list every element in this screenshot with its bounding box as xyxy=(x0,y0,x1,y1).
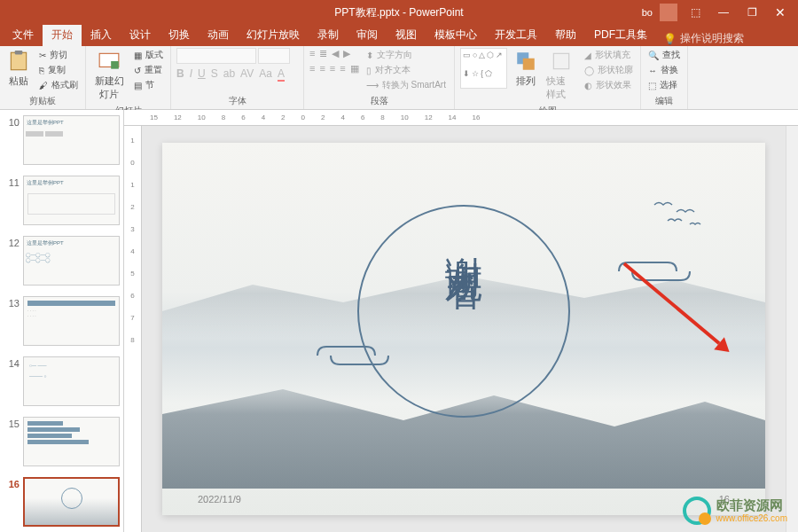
underline-button[interactable]: U xyxy=(198,67,206,82)
align-text-button[interactable]: ▯对齐文本 xyxy=(364,63,448,77)
arrange-icon xyxy=(514,50,537,73)
ruler-horizontal: 15121086420246810121416 xyxy=(124,110,798,126)
text-shadow-button[interactable]: ab xyxy=(223,67,235,82)
bold-button[interactable]: B xyxy=(176,67,184,82)
cloud-left xyxy=(313,342,393,372)
reset-button[interactable]: ↺ 重置 xyxy=(132,63,165,77)
section-button[interactable]: ▤ 节 xyxy=(132,78,165,92)
tab-record[interactable]: 录制 xyxy=(309,24,348,46)
tab-help[interactable]: 帮助 xyxy=(546,24,585,46)
format-painter-button[interactable]: 🖌 格式刷 xyxy=(37,78,80,92)
find-icon: 🔍 xyxy=(648,51,659,60)
ruler-vertical: 1012345678 xyxy=(124,126,142,532)
watermark: 欧菲资源网 www.office26.com xyxy=(683,497,787,525)
align-center-button[interactable]: ≡ xyxy=(319,63,325,74)
align-left-button[interactable]: ≡ xyxy=(309,63,315,74)
thumb-14[interactable]: 14 ○— ————— ○ xyxy=(0,351,123,411)
bulb-icon: 💡 xyxy=(663,33,677,45)
clipboard-group-label: 剪贴板 xyxy=(5,93,80,107)
slide-main[interactable]: 谢谢观看！ 2022/1 xyxy=(162,143,765,515)
vertical-scrollbar[interactable] xyxy=(786,126,798,532)
tab-pdftools[interactable]: PDF工具集 xyxy=(585,24,656,46)
quick-styles-button[interactable]: 快速样式 xyxy=(544,48,577,103)
select-button[interactable]: ⬚选择 xyxy=(646,78,682,92)
slide-panel[interactable]: 10 这里是举例PPT 11 这里是举例PPT 12 这里是举例PPT◯—◯—◯… xyxy=(0,110,124,532)
main-text[interactable]: 谢谢观看！ xyxy=(439,227,489,291)
minimize-button[interactable]: — xyxy=(713,2,734,23)
font-family-select[interactable] xyxy=(176,48,256,64)
svg-rect-5 xyxy=(523,59,535,70)
tab-review[interactable]: 审阅 xyxy=(348,24,387,46)
font-color-button[interactable]: A xyxy=(278,67,285,82)
window-controls: bo ⬚ — ❐ ✕ xyxy=(642,2,798,23)
quick-styles-icon xyxy=(550,50,573,73)
strikethrough-button[interactable]: S xyxy=(211,67,218,82)
thumb-13[interactable]: 13 · · · ·· · · · xyxy=(0,291,123,351)
find-button[interactable]: 🔍查找 xyxy=(646,48,682,62)
layout-button[interactable]: ▦ 版式 xyxy=(132,48,165,62)
tab-slideshow[interactable]: 幻灯片放映 xyxy=(238,24,309,46)
slide-date[interactable]: 2022/11/9 xyxy=(198,494,241,505)
copy-button[interactable]: ⎘ 复制 xyxy=(37,63,80,77)
shape-effects-button[interactable]: ◐形状效果 xyxy=(583,78,635,92)
align-right-button[interactable]: ≡ xyxy=(330,63,335,74)
tab-view[interactable]: 视图 xyxy=(387,24,426,46)
thumb-15[interactable]: 15 xyxy=(0,411,123,472)
editing-group-label: 编辑 xyxy=(646,93,682,107)
app-title: PPT教程.pptx - PowerPoint xyxy=(334,5,463,20)
tab-animations[interactable]: 动画 xyxy=(199,24,238,46)
ribbon-group-drawing: ▭○△⬡↗⬇☆{⬠ 排列 快速样式 ◢形状填充 ◯形状轮廓 ◐形状效果 绘图 xyxy=(455,46,641,109)
tab-design[interactable]: 设计 xyxy=(121,24,160,46)
justify-button[interactable]: ≡ xyxy=(340,63,345,74)
italic-button[interactable]: I xyxy=(190,67,192,82)
new-slide-label: 新建幻灯片 xyxy=(93,74,125,101)
paste-button[interactable]: 粘贴 xyxy=(5,48,32,90)
ribbon-group-paragraph: ≡ ≣ ◀ ▶ ≡ ≡ ≡ ≡ ▦ ⬍文字方向 ▯对齐文本 ⟶转换为 Smart… xyxy=(304,46,455,109)
cloud-right xyxy=(614,258,694,288)
char-spacing-button[interactable]: AV xyxy=(240,67,254,82)
title-bar: PPT教程.pptx - PowerPoint bo ⬚ — ❐ ✕ xyxy=(0,0,798,25)
canvas-area: 15121086420246810121416 1012345678 谢谢观看！ xyxy=(124,110,798,532)
increase-indent-button[interactable]: ▶ xyxy=(343,48,350,59)
restore-button[interactable]: ❐ xyxy=(741,2,763,23)
shape-fill-button[interactable]: ◢形状填充 xyxy=(583,48,635,62)
decrease-indent-button[interactable]: ◀ xyxy=(332,48,339,59)
tab-insert[interactable]: 插入 xyxy=(82,24,121,46)
columns-button[interactable]: ▦ xyxy=(350,63,359,74)
watermark-en: www.office26.com xyxy=(716,513,787,523)
smartart-button[interactable]: ⟶转换为 SmartArt xyxy=(364,78,448,92)
new-slide-button[interactable]: 新建幻灯片 xyxy=(91,48,127,103)
thumb-16[interactable]: 16 xyxy=(0,472,123,532)
thumb-12[interactable]: 12 这里是举例PPT◯—◯—◯◯—◯—◯ xyxy=(0,231,123,291)
text-direction-button[interactable]: ⬍文字方向 xyxy=(364,48,448,62)
close-button[interactable]: ✕ xyxy=(770,2,791,23)
ribbon-group-editing: 🔍查找 ↔替换 ⬚选择 编辑 xyxy=(641,46,688,109)
tab-templates[interactable]: 模板中心 xyxy=(426,24,486,46)
replace-button[interactable]: ↔替换 xyxy=(646,63,682,77)
reset-icon: ↺ xyxy=(134,66,141,75)
thumb-10[interactable]: 10 这里是举例PPT xyxy=(0,110,123,170)
svg-rect-3 xyxy=(111,61,119,69)
ribbon-group-clipboard: 粘贴 ✂ 剪切 ⎘ 复制 🖌 格式刷 剪贴板 xyxy=(0,46,86,109)
brush-icon: 🖌 xyxy=(39,81,48,90)
change-case-button[interactable]: Aa xyxy=(259,67,272,82)
user-avatar-icon[interactable] xyxy=(660,4,677,21)
thumb-11[interactable]: 11 这里是举例PPT xyxy=(0,170,123,231)
svg-rect-0 xyxy=(11,52,26,70)
section-icon: ▤ xyxy=(134,81,142,90)
shape-outline-button[interactable]: ◯形状轮廓 xyxy=(583,63,635,77)
bullets-button[interactable]: ≡ xyxy=(309,48,315,59)
shapes-gallery[interactable]: ▭○△⬡↗⬇☆{⬠ xyxy=(460,48,507,89)
tab-home[interactable]: 开始 xyxy=(43,24,82,46)
tab-transitions[interactable]: 切换 xyxy=(160,24,199,46)
font-size-select[interactable] xyxy=(258,48,290,64)
cut-button[interactable]: ✂ 剪切 xyxy=(37,48,80,62)
arrange-button[interactable]: 排列 xyxy=(512,48,539,90)
tab-developer[interactable]: 开发工具 xyxy=(486,24,546,46)
main-area: 10 这里是举例PPT 11 这里是举例PPT 12 这里是举例PPT◯—◯—◯… xyxy=(0,110,798,532)
tab-file[interactable]: 文件 xyxy=(4,24,43,46)
tell-me-search[interactable]: 💡 操作说明搜索 xyxy=(663,31,744,46)
ribbon-options-icon[interactable]: ⬚ xyxy=(685,2,706,23)
numbering-button[interactable]: ≣ xyxy=(319,48,327,59)
slide-stage[interactable]: 谢谢观看！ 2022/1 xyxy=(142,126,786,532)
